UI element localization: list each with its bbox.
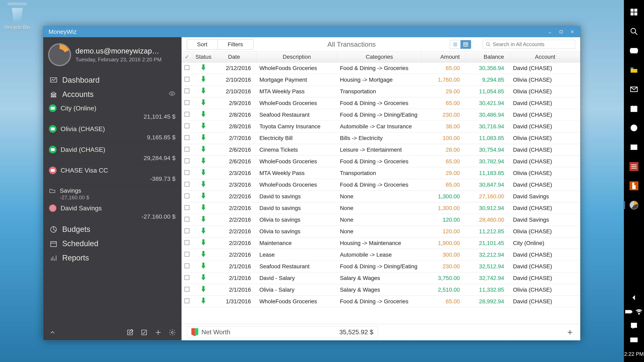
row-checkbox[interactable] bbox=[184, 77, 190, 82]
table-row[interactable]: 2/2/2016 Maintenance Housing -> Maintena… bbox=[182, 237, 580, 249]
filters-button[interactable]: Filters bbox=[217, 40, 253, 49]
compose-button[interactable] bbox=[125, 327, 135, 338]
search-input[interactable] bbox=[493, 41, 572, 47]
row-checkbox[interactable] bbox=[184, 147, 190, 152]
edit-button[interactable] bbox=[139, 327, 149, 338]
status-arrow-icon bbox=[202, 111, 206, 117]
cell-balance: 28,460.00 bbox=[466, 214, 510, 226]
groove-music-icon[interactable] bbox=[624, 118, 644, 138]
table-row[interactable]: 2/7/2016 Electricity Bill Bills -> Elect… bbox=[182, 132, 580, 144]
table-row[interactable]: 2/1/2016 Olivia - Salary Salary & Wages … bbox=[182, 284, 580, 296]
task-view-icon[interactable] bbox=[624, 41, 644, 60]
table-row[interactable]: 2/8/2016 Seafood Restaurant Food & Dinin… bbox=[182, 109, 580, 121]
table-row[interactable]: 2/2/2016 Olivia to savings None 120.00 1… bbox=[182, 226, 580, 237]
titlebar[interactable]: MoneyWiz bbox=[43, 26, 580, 37]
row-checkbox[interactable] bbox=[184, 240, 190, 245]
settings-button[interactable] bbox=[167, 327, 178, 338]
table-row[interactable]: 2/8/2016 Toyota Camry Insurance Automobi… bbox=[182, 121, 580, 132]
row-checkbox[interactable] bbox=[184, 193, 190, 198]
nav-reports[interactable]: Reports bbox=[43, 251, 182, 265]
row-checkbox[interactable] bbox=[184, 100, 190, 105]
table-row[interactable]: 2/1/2016 David - Salary Salary & Wages 3… bbox=[182, 272, 580, 284]
add-transaction-button[interactable]: + bbox=[565, 327, 575, 337]
row-checkbox[interactable] bbox=[184, 299, 190, 303]
table-row[interactable]: 2/3/2016 WholeFoods Groceries Food & Din… bbox=[182, 179, 580, 191]
mail-icon[interactable] bbox=[624, 80, 644, 99]
add-button[interactable] bbox=[153, 327, 164, 338]
minimize-button[interactable] bbox=[544, 28, 555, 35]
collapse-button[interactable] bbox=[47, 327, 58, 338]
maximize-button[interactable] bbox=[556, 28, 566, 35]
row-checkbox[interactable] bbox=[184, 205, 190, 210]
table-row[interactable]: 2/6/2016 WholeFoods Groceries Food & Din… bbox=[182, 156, 580, 167]
col-date[interactable]: Date bbox=[214, 52, 256, 62]
view-table-button[interactable] bbox=[460, 40, 471, 49]
row-checkbox[interactable] bbox=[184, 182, 190, 187]
savings-folder[interactable]: Savings -27,160.00 $ bbox=[43, 184, 182, 202]
row-checkbox[interactable] bbox=[184, 287, 190, 292]
row-checkbox[interactable] bbox=[184, 112, 190, 117]
row-checkbox[interactable] bbox=[184, 217, 190, 222]
eye-icon[interactable] bbox=[169, 90, 176, 99]
col-amount[interactable]: Amount bbox=[422, 52, 466, 62]
row-checkbox[interactable] bbox=[184, 170, 190, 175]
start-button[interactable] bbox=[624, 2, 644, 22]
view-list-button[interactable] bbox=[450, 40, 460, 49]
col-balance[interactable]: Balance bbox=[466, 52, 510, 62]
search-field[interactable] bbox=[483, 40, 575, 49]
touch-keyboard-icon[interactable] bbox=[624, 333, 644, 347]
row-checkbox[interactable] bbox=[184, 88, 190, 93]
account-item[interactable]: City (Online) 21,101.45 $ bbox=[43, 102, 182, 122]
sort-button[interactable]: Sort bbox=[187, 40, 217, 49]
account-item[interactable]: CHASE Visa CC -389.73 $ bbox=[43, 164, 182, 184]
nav-scheduled[interactable]: Scheduled bbox=[43, 237, 182, 251]
row-checkbox[interactable] bbox=[184, 228, 190, 233]
col-status[interactable]: Status bbox=[192, 52, 214, 62]
account-item-david-savings[interactable]: David Savings -27.160.00 $ bbox=[43, 202, 182, 222]
app-orange-icon[interactable] bbox=[624, 176, 644, 195]
row-checkbox[interactable] bbox=[184, 275, 190, 280]
nav-dashboard[interactable]: Dashboard bbox=[43, 73, 182, 87]
col-description[interactable]: Description bbox=[256, 52, 337, 62]
row-checkbox[interactable] bbox=[184, 123, 190, 128]
photos-icon[interactable] bbox=[624, 138, 644, 157]
row-checkbox[interactable] bbox=[184, 158, 190, 163]
file-explorer-icon[interactable] bbox=[624, 60, 644, 80]
table-row[interactable]: 2/3/2016 MTA Weekly Pass Transportation … bbox=[182, 167, 580, 179]
row-checkbox[interactable] bbox=[184, 252, 190, 257]
col-categories[interactable]: Categories bbox=[337, 52, 422, 62]
calendar-icon[interactable] bbox=[624, 99, 644, 118]
battery-wifi-icon[interactable] bbox=[624, 305, 644, 319]
nav-budgets[interactable]: Budgets bbox=[43, 222, 182, 237]
table-row[interactable]: 2/10/2016 MTA Weekly Pass Transportation… bbox=[182, 86, 580, 97]
table-row[interactable]: 2/2/2016 David to savings None 1,300.00 … bbox=[182, 191, 580, 202]
table-row[interactable]: 2/2/2016 David to savings None 1,300.00 … bbox=[182, 202, 580, 214]
moneywiz-taskbar-icon[interactable] bbox=[624, 195, 644, 215]
table-row[interactable]: 2/6/2016 Cinema Tickets Leisure -> Enter… bbox=[182, 144, 580, 156]
close-button[interactable] bbox=[567, 28, 578, 35]
table-row[interactable]: 1/31/2016 WholeFoods Groceries Food & Di… bbox=[182, 296, 580, 307]
table-row[interactable]: 2/2/2016 Olivia to savings None 120.00 2… bbox=[182, 214, 580, 226]
table-row[interactable]: 2/1/2016 Seafood Restaurant Food & Dinin… bbox=[182, 261, 580, 272]
taskbar-clock[interactable]: 2:22 PM bbox=[624, 347, 644, 362]
table-row[interactable]: 2/10/2016 Mortgage Payment Housing -> Mo… bbox=[182, 74, 580, 86]
account-item[interactable]: Olivia (CHASE) 9,165.85 $ bbox=[43, 122, 182, 143]
recycle-bin[interactable]: Recycle Bin bbox=[3, 2, 32, 30]
row-checkbox[interactable] bbox=[184, 264, 190, 268]
row-checkbox[interactable] bbox=[184, 135, 190, 140]
notifications-icon[interactable] bbox=[624, 319, 644, 333]
transactions-table[interactable]: Status Date Description Categories Amoun… bbox=[182, 52, 580, 324]
col-account[interactable]: Account bbox=[510, 52, 580, 62]
app-red-icon[interactable] bbox=[624, 157, 644, 176]
net-worth-box[interactable]: Net Worth 35,525.92 $ bbox=[187, 327, 378, 338]
row-checkbox[interactable] bbox=[184, 65, 190, 70]
account-item[interactable]: David (CHASE) 29,284.94 $ bbox=[43, 143, 182, 164]
table-row[interactable]: 2/2/2016 Lease Automobile -> Lease 300.0… bbox=[182, 249, 580, 261]
show-hidden-icons[interactable] bbox=[624, 291, 644, 305]
col-checkmark[interactable] bbox=[182, 52, 192, 62]
profile[interactable]: demo.us@moneywizap… Tuesday, February 23… bbox=[43, 37, 182, 73]
table-row[interactable]: 2/9/2016 WholeFoods Groceries Food & Din… bbox=[182, 97, 580, 109]
table-row[interactable]: 2/12/2016 WholeFoods Groceries Food & Di… bbox=[182, 62, 580, 74]
search-icon[interactable] bbox=[624, 22, 644, 41]
nav-accounts[interactable]: Accounts bbox=[43, 87, 182, 102]
